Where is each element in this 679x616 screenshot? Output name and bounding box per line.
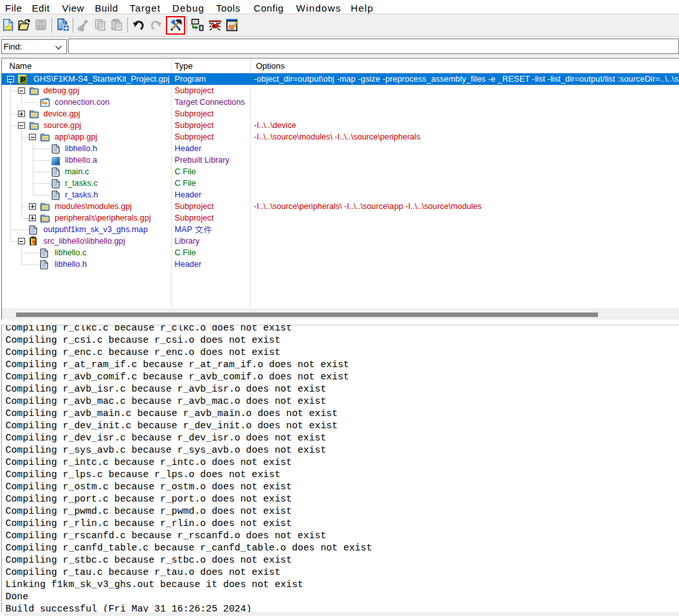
svg-text:P: P	[21, 75, 26, 83]
